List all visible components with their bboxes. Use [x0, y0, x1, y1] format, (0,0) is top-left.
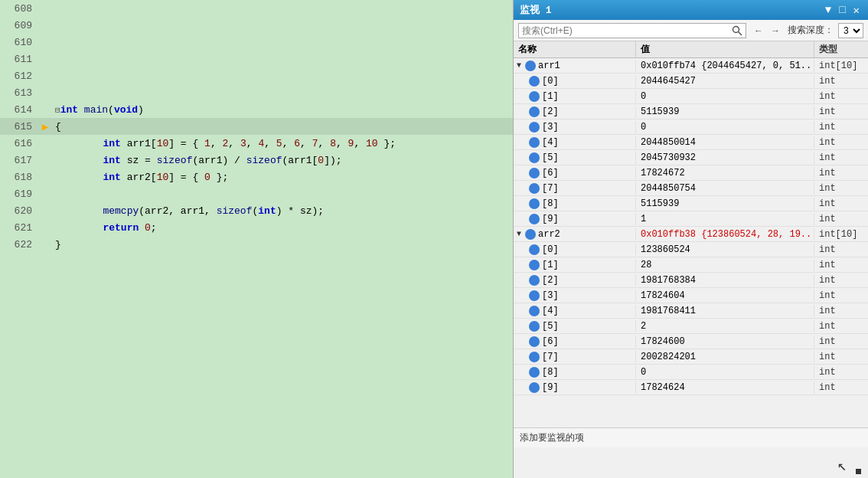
variable-icon — [529, 106, 540, 117]
code-line: 614⊟int main(void) — [0, 101, 513, 118]
variable-icon — [529, 137, 540, 148]
line-number: 617 — [0, 155, 38, 166]
watch-row-value: 17824604 — [636, 290, 814, 302]
watch-row-name: [8] — [514, 366, 636, 378]
code-line: 615▶{ — [0, 118, 513, 135]
var-name-text: [9] — [542, 382, 559, 393]
watch-row[interactable]: [7]2002824201int — [514, 349, 868, 365]
variable-icon — [525, 61, 536, 71]
watch-row-type: int — [814, 244, 868, 256]
watch-row[interactable]: ▼ arr20x010ffb38 {123860524, 28, 19...in… — [514, 227, 868, 242]
expand-icon[interactable]: ▼ — [517, 61, 521, 70]
line-content: { — [52, 121, 513, 133]
line-content: int arr1[10] = { 1, 2, 3, 4, 5, 6, 7, 8,… — [52, 138, 513, 149]
watch-row[interactable]: [9]17824624int — [514, 380, 868, 395]
watch-row-value: 123860524 — [636, 244, 814, 256]
watch-row-value: 28 — [636, 259, 814, 271]
variable-icon — [529, 260, 540, 270]
watch-row[interactable]: [1]28int — [514, 257, 868, 273]
watch-row-value: 2044850754 — [636, 182, 814, 195]
watch-row-name: [1] — [514, 90, 636, 103]
watch-row-value: 1 — [636, 213, 814, 225]
svg-rect-4 — [856, 473, 861, 474]
watch-row[interactable]: [7]2044850754int — [514, 181, 868, 196]
code-line: 612 — [0, 67, 513, 84]
search-box[interactable] — [518, 23, 746, 38]
line-number: 618 — [0, 172, 38, 183]
watch-row[interactable]: [9]1int — [514, 211, 868, 227]
line-number: 615 — [0, 121, 38, 133]
variable-icon — [525, 229, 536, 240]
watch-row-value: 17824672 — [636, 167, 814, 179]
watch-row-type: int — [814, 381, 868, 394]
watch-row[interactable]: [5]2045730932int — [514, 150, 868, 165]
var-name-text: [4] — [542, 306, 559, 316]
watch-row[interactable]: [8]0int — [514, 365, 868, 380]
nav-prev-btn[interactable]: ← — [751, 24, 766, 38]
expand-icon[interactable]: ▼ — [517, 230, 521, 238]
watch-row-type: int — [814, 198, 868, 210]
watch-row[interactable]: [5]2int — [514, 319, 868, 334]
var-name-text: [9] — [542, 214, 559, 224]
watch-close-btn[interactable]: ✕ — [851, 4, 862, 17]
watch-dropdown-btn[interactable]: ▼ — [823, 4, 834, 16]
watch-row-value: 2 — [636, 320, 814, 332]
watch-row-type: int — [814, 305, 868, 317]
watch-row-type: int — [814, 274, 868, 286]
watch-restore-btn[interactable]: □ — [837, 4, 847, 16]
var-name-text: [6] — [542, 168, 559, 178]
watch-row-value: 5115939 — [636, 198, 814, 210]
watch-row-value: 0x010ffb74 {2044645427, 0, 51... — [636, 60, 814, 72]
line-number: 610 — [0, 37, 38, 48]
watch-row-type: int — [814, 351, 868, 363]
watch-row-type: int — [814, 75, 868, 87]
variable-icon — [529, 336, 540, 347]
line-arrow: ▶ — [38, 120, 52, 133]
watch-row-type: int — [814, 259, 868, 271]
code-line: 622} — [0, 236, 513, 253]
watch-row[interactable]: [4]2044850014int — [514, 135, 868, 150]
line-number: 608 — [0, 3, 38, 15]
watch-row-name: [7] — [514, 351, 636, 363]
watch-row[interactable]: [0]123860524int — [514, 242, 868, 257]
watch-row[interactable]: [1]0int — [514, 89, 868, 104]
watch-row[interactable]: ▼ arr10x010ffb74 {2044645427, 0, 51...in… — [514, 58, 868, 74]
variable-icon — [529, 183, 540, 194]
code-line: 610 — [0, 34, 513, 51]
watch-row[interactable]: [2]1981768384int — [514, 273, 868, 288]
watch-row-value: 2002824201 — [636, 351, 814, 363]
var-name-text: arr2 — [538, 229, 560, 240]
watch-bottom: ↖ — [514, 447, 868, 478]
watch-row[interactable]: [2]5115939int — [514, 104, 868, 120]
var-name-text: [2] — [542, 275, 559, 286]
watch-row-value: 2045730932 — [636, 152, 814, 164]
var-name-text: [8] — [542, 367, 559, 378]
var-name-text: [1] — [542, 260, 559, 270]
watch-row[interactable]: [6]17824600int — [514, 334, 868, 349]
nav-next-btn[interactable]: → — [768, 24, 783, 38]
watch-row[interactable]: [3]0int — [514, 120, 868, 135]
depth-select[interactable]: 3 1 2 4 5 — [838, 23, 863, 38]
variable-icon — [529, 352, 540, 362]
var-name-text: [8] — [542, 198, 559, 209]
code-line: 621 return 0; — [0, 219, 513, 236]
watch-row-type: int — [814, 152, 868, 164]
watch-row[interactable]: [8]5115939int — [514, 196, 868, 211]
watch-row-value: 1981768411 — [636, 305, 814, 317]
search-icon — [732, 25, 742, 36]
line-number: 620 — [0, 205, 38, 217]
variable-icon — [529, 122, 540, 133]
watch-row-name: [6] — [514, 167, 636, 179]
watch-footer-text: 添加要监视的项 — [520, 433, 584, 444]
line-number: 611 — [0, 54, 38, 65]
watch-row-name: [2] — [514, 274, 636, 286]
watch-row-type: int — [814, 290, 868, 302]
watch-row[interactable]: [4]1981768411int — [514, 303, 868, 319]
watch-row[interactable]: [3]17824604int — [514, 288, 868, 303]
watch-table-header: 名称 值 类型 — [514, 41, 868, 58]
code-line: 617 int sz = sizeof(arr1) / sizeof(arr1[… — [0, 152, 513, 169]
line-content: memcpy(arr2, arr1, sizeof(int) * sz); — [52, 205, 513, 217]
search-input[interactable] — [522, 25, 732, 36]
watch-row[interactable]: [6]17824672int — [514, 165, 868, 181]
watch-row[interactable]: [0]2044645427int — [514, 74, 868, 89]
